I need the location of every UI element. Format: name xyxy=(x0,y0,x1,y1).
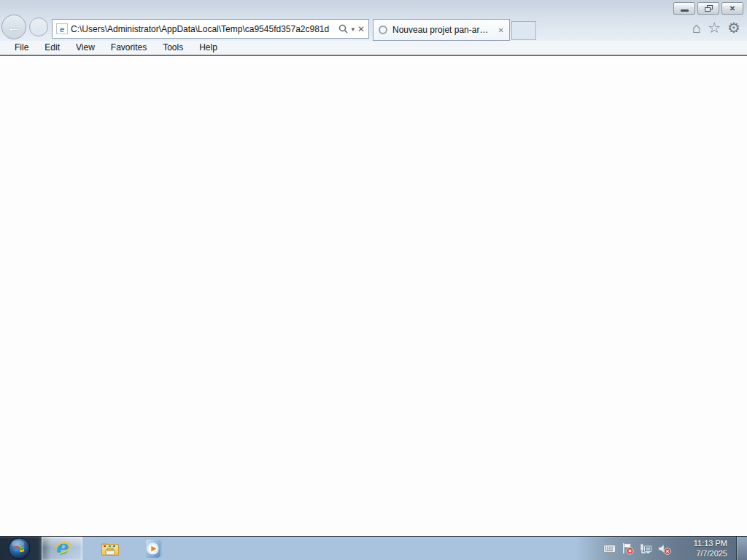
address-url-text[interactable]: C:\Users\Administrator\AppData\Local\Tem… xyxy=(71,24,336,34)
back-arrow-icon: ← xyxy=(7,19,21,36)
restore-button[interactable] xyxy=(697,2,719,15)
network-icon[interactable] xyxy=(640,543,652,555)
stop-icon[interactable]: ✕ xyxy=(357,24,365,34)
menu-file[interactable]: File xyxy=(7,41,36,55)
loading-spinner-icon xyxy=(379,26,387,34)
tab-close-icon[interactable]: ✕ xyxy=(498,26,504,34)
volume-muted-icon[interactable] xyxy=(658,543,671,555)
windows-logo-icon xyxy=(8,537,31,560)
internet-explorer-icon: e xyxy=(53,539,72,559)
browser-toolbar: ⌂ ☆ ⚙ xyxy=(692,20,740,36)
media-player-icon xyxy=(144,540,163,559)
taskbar-app-internet-explorer[interactable]: e xyxy=(42,537,82,560)
taskbar-app-media-player[interactable] xyxy=(137,537,171,560)
keyboard-icon[interactable] xyxy=(603,545,616,553)
clock-date: 7/7/2025 xyxy=(676,548,727,559)
start-button[interactable] xyxy=(8,537,31,560)
browser-chrome: ✕ ← → e C:\Users\Administrator\AppData\L… xyxy=(0,0,747,41)
menu-help[interactable]: Help xyxy=(191,41,225,55)
action-center-flag-icon[interactable] xyxy=(622,542,634,555)
window-caption-buttons: ✕ xyxy=(673,2,743,15)
taskbar: e xyxy=(0,536,747,560)
search-icon[interactable] xyxy=(338,24,348,34)
page-favicon-icon: e xyxy=(56,23,68,34)
minimize-button[interactable] xyxy=(673,2,695,15)
clock-time: 11:13 PM xyxy=(676,538,727,548)
menu-favorites[interactable]: Favorites xyxy=(103,41,155,55)
browser-tab[interactable]: Nouveau projet pan-armén... ✕ xyxy=(373,19,510,41)
menu-tools[interactable]: Tools xyxy=(155,41,191,55)
folder-icon xyxy=(100,540,120,558)
show-desktop-button[interactable] xyxy=(736,537,747,560)
home-icon[interactable]: ⌂ xyxy=(692,20,701,36)
system-tray xyxy=(603,542,671,555)
menu-bar: File Edit View Favorites Tools Help xyxy=(0,41,747,55)
taskbar-app-windows-explorer[interactable] xyxy=(93,537,127,560)
address-bar[interactable]: e C:\Users\Administrator\AppData\Local\T… xyxy=(52,19,369,39)
address-dropdown-icon[interactable]: ▾ xyxy=(351,26,355,33)
close-icon: ✕ xyxy=(729,4,735,12)
menu-edit[interactable]: Edit xyxy=(36,41,68,55)
back-button[interactable]: ← xyxy=(1,15,26,39)
new-tab-button[interactable] xyxy=(511,21,536,40)
favorites-star-icon[interactable]: ☆ xyxy=(708,20,721,36)
minimize-icon xyxy=(681,9,689,12)
taskbar-clock[interactable]: 11:13 PM 7/7/2025 xyxy=(676,538,727,559)
forward-arrow-icon: → xyxy=(34,21,44,34)
close-button[interactable]: ✕ xyxy=(721,2,743,15)
page-content xyxy=(0,56,747,536)
restore-icon xyxy=(705,5,713,12)
desktop-screen: ✕ ← → e C:\Users\Administrator\AppData\L… xyxy=(0,0,747,560)
forward-button[interactable]: → xyxy=(29,18,48,36)
menu-view[interactable]: View xyxy=(68,41,103,55)
tab-title: Nouveau projet pan-armén... xyxy=(392,25,493,35)
settings-gear-icon[interactable]: ⚙ xyxy=(727,20,740,36)
